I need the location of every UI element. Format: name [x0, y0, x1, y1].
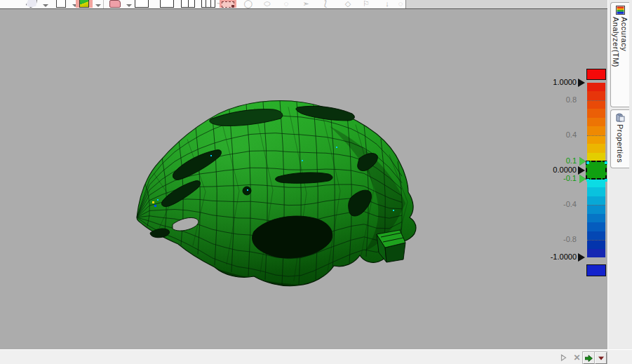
clipboard-icon: [616, 113, 625, 122]
diamond-select-icon-glyph: ◇: [345, 0, 351, 8]
lasso-select-icon[interactable]: ⟅: [319, 0, 332, 8]
collapse-button[interactable]: [595, 352, 607, 364]
ellipse-select-icon-glyph: ⬭: [264, 0, 270, 8]
triangle-right-icon: [560, 354, 567, 361]
color-scale-icon: [616, 6, 625, 15]
shaded-view-icon-dropdown[interactable]: [43, 4, 48, 7]
arrow-down-icon[interactable]: ↓: [381, 0, 394, 8]
deviation-color-view-icon-dropdown[interactable]: [95, 4, 101, 7]
scale-marker--0.1[interactable]: [579, 175, 586, 183]
viewport-3d[interactable]: 1.00000.80.40.10.0000-0.1-0.4-0.8-1.0000: [0, 9, 608, 349]
tab-accuracy-analyzer[interactable]: Accuracy Analyzer(TM): [610, 2, 629, 107]
deviation-measure-icon-glyph: [222, 1, 234, 8]
play-forward-button[interactable]: [558, 352, 569, 363]
model-display-icon[interactable]: [107, 0, 123, 8]
dotted-circle-icon[interactable]: ◌: [394, 0, 406, 8]
shaded-view-icon[interactable]: [23, 0, 40, 8]
green-arrow-icon: [585, 355, 593, 362]
zone-resize-handle[interactable]: [586, 179, 589, 182]
viewport-wide-icon-glyph: [160, 0, 174, 8]
main-toolbar: ~◯⬭◌➣⟅◇⚐↓◌: [0, 0, 406, 8]
x-icon: ✕: [573, 353, 580, 363]
viewport-wide-icon[interactable]: [159, 0, 175, 8]
tab-accuracy-analyzer-label: Accuracy Analyzer(TM): [612, 17, 628, 102]
circle-select-icon[interactable]: ◯: [242, 0, 255, 8]
model-display-icon-glyph: [109, 0, 121, 8]
arrow-down-icon-glyph: ↓: [385, 0, 389, 8]
viewport-single-icon-glyph: [135, 0, 149, 8]
helmet-model[interactable]: [0, 9, 608, 349]
dotted-circle-icon-glyph: ◌: [398, 0, 403, 8]
side-panel-strip: Accuracy Analyzer(TM) Properties: [607, 0, 632, 364]
wireframe-cube-view-icon[interactable]: [53, 0, 69, 8]
scale-marker-0.1[interactable]: [579, 157, 586, 166]
diamond-select-icon[interactable]: ◇: [342, 0, 354, 8]
model-display-icon-dropdown[interactable]: [126, 4, 132, 7]
zone-resize-handle[interactable]: [586, 161, 589, 164]
lasso-select-icon-glyph: ⟅: [324, 0, 327, 8]
scale-marker-0.0000[interactable]: [578, 166, 585, 175]
viewport-split-icon[interactable]: [180, 0, 196, 8]
wireframe-cube-view-icon-glyph: [56, 0, 66, 8]
tab-properties-label: Properties: [616, 124, 624, 163]
shaded-view-icon-glyph: [26, 0, 37, 8]
tab-properties[interactable]: Properties: [610, 109, 629, 168]
deviation-measure-icon[interactable]: [220, 0, 236, 8]
viewport-split-icon-glyph: [181, 0, 195, 8]
flag-tool-icon[interactable]: ⚐: [360, 0, 372, 8]
freeform-select-icon-glyph: ◌: [284, 0, 289, 8]
viewport-single-icon[interactable]: [133, 0, 150, 8]
apply-button[interactable]: [583, 352, 595, 364]
ellipse-select-icon[interactable]: ⬭: [261, 0, 274, 8]
tolerance-zone-handle[interactable]: [586, 161, 607, 180]
bottom-bar: ✕: [0, 349, 632, 364]
red-down-arrow-icon: [598, 356, 605, 361]
deviation-color-view-icon-glyph: [79, 0, 89, 8]
deviation-color-view-icon[interactable]: [76, 0, 93, 8]
scale-marker-1.0000[interactable]: [578, 79, 585, 87]
pick-cursor-icon-glyph: ➣: [302, 0, 309, 8]
pick-cursor-icon[interactable]: ➣: [300, 0, 312, 8]
freeform-select-icon[interactable]: ◌: [280, 0, 293, 8]
close-button[interactable]: ✕: [572, 352, 582, 363]
scale-marker--1.0000[interactable]: [578, 253, 585, 262]
circle-select-icon-glyph: ◯: [244, 0, 253, 8]
flag-tool-icon-glyph: ⚐: [363, 0, 370, 8]
toolbar-separator: [103, 0, 104, 8]
